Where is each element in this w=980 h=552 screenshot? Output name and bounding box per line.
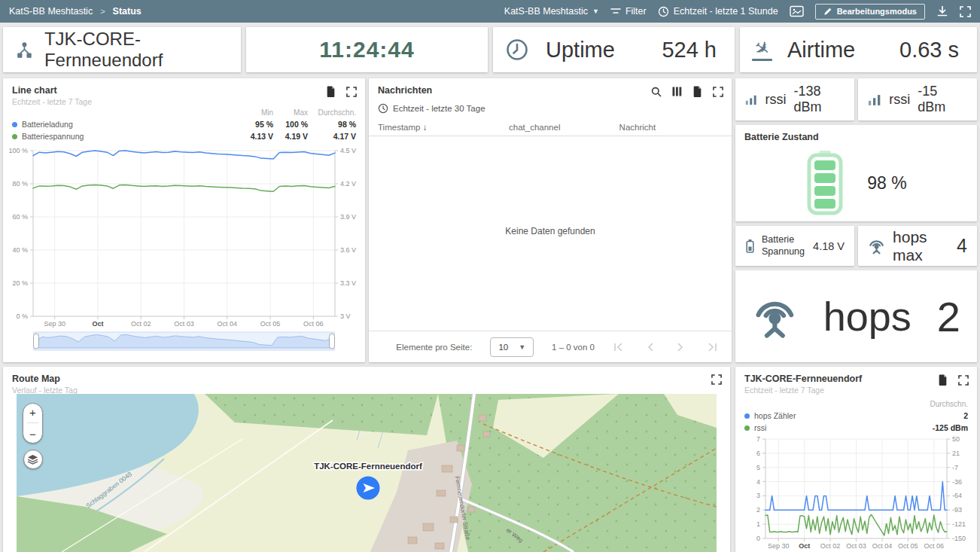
panel-fullscreen-icon[interactable]: [711, 374, 722, 385]
battery-voltage-label-1: Batterie: [762, 234, 794, 245]
svg-text:-36: -36: [952, 478, 962, 486]
edit-mode-label: Bearbeitungsmodus: [837, 7, 917, 16]
report-image-icon[interactable]: [790, 5, 804, 17]
svg-text:40 %: 40 %: [12, 246, 28, 254]
svg-text:-121: -121: [952, 520, 966, 528]
node-chart-title: TJK-CORE-Fernneuendorf: [744, 374, 968, 384]
column-nachricht[interactable]: Nachricht: [619, 123, 723, 132]
map-marker-label: TJK-CORE-Fernneuendorf: [314, 462, 422, 471]
dashboard-variable-selector[interactable]: KatS-BB Meshtastic ▼: [504, 6, 599, 17]
time-range-picker[interactable]: Echtzeit - letzte 1 Stunde: [658, 6, 778, 17]
airtime-label: Airtime: [787, 38, 855, 63]
svg-text:Oct 05: Oct 05: [898, 542, 918, 550]
panel-line-chart: Line chart Echtzeit - letzte 7 Tage Min …: [3, 78, 365, 362]
svg-text:20 %: 20 %: [12, 279, 28, 287]
panel-airtime: ✈ Airtime 0.63 s: [740, 27, 977, 72]
svg-text:80 %: 80 %: [12, 180, 28, 188]
svg-text:6: 6: [756, 450, 760, 457]
battery-small-icon: [745, 239, 755, 254]
legend-row-batteriespannung[interactable]: Batteriespannung 4.13 V 4.19 V 4.17 V: [12, 130, 356, 142]
edit-mode-button[interactable]: Bearbeitungsmodus: [815, 4, 925, 20]
node-marker[interactable]: [357, 477, 380, 500]
download-icon[interactable]: [936, 5, 948, 17]
battery-voltage-value: 4.18 V: [813, 240, 845, 252]
legend-row-batterieladung[interactable]: Batterieladung 95 % 100 % 98 %: [12, 118, 356, 130]
svg-text:Oct 05: Oct 05: [260, 320, 281, 328]
layers-icon: [27, 454, 38, 465]
map-tiles: Schlaggraben 0048 Fernneuendorfer Straße…: [17, 394, 717, 552]
series-dot-green: [744, 425, 750, 431]
svg-text:1: 1: [756, 520, 760, 528]
hops-value: 2: [937, 292, 960, 341]
panel-fullscreen-icon[interactable]: [346, 87, 357, 97]
panel-fullscreen-icon[interactable]: [713, 87, 723, 97]
legend-header-row: Durchschn.: [744, 398, 968, 410]
node-chart-subtitle: Echtzeit - letzte 7 Tage: [744, 386, 968, 395]
svg-text:Oct 03: Oct 03: [846, 542, 866, 550]
battery-voltage-label-2: Spannung: [762, 246, 805, 257]
rssi-value: -15 dBm: [918, 84, 967, 115]
panel-fullscreen-icon[interactable]: [958, 375, 969, 386]
network-node-icon: [15, 39, 34, 61]
legend-row-rssi[interactable]: rssi -125 dBm: [744, 422, 968, 434]
prev-page-icon[interactable]: [647, 342, 654, 352]
export-file-icon[interactable]: [938, 374, 948, 386]
map-layers-button[interactable]: [23, 450, 43, 469]
svg-text:-64: -64: [952, 492, 962, 499]
messages-time-range[interactable]: Echtzeit - letzte 30 Tage: [369, 97, 732, 118]
battery-line-chart[interactable]: Sep 30OctOct 02Oct 03Oct 04Oct 05Oct 061…: [6, 146, 362, 328]
map-canvas[interactable]: Schlaggraben 0048 Fernneuendorfer Straße…: [17, 394, 717, 552]
series-dot-blue: [744, 413, 750, 419]
breadcrumb-separator: >: [100, 7, 105, 16]
page-size-select[interactable]: 10 ▼: [490, 337, 534, 357]
svg-text:Oct 06: Oct 06: [303, 320, 324, 328]
panel-hops-max: hops max 4: [858, 226, 977, 266]
filter-label: Filter: [625, 6, 647, 17]
chart-range-selector[interactable]: [33, 331, 335, 351]
line-chart-title: Line chart: [12, 85, 356, 96]
rssi-label: rssi: [765, 92, 786, 108]
zoom-in-button[interactable]: +: [29, 406, 36, 419]
hops-rssi-chart[interactable]: Sep 30OctOct 02Oct 03Oct 04Oct 05Oct 067…: [738, 435, 974, 550]
export-file-icon[interactable]: [326, 86, 336, 97]
next-page-icon[interactable]: [677, 342, 684, 352]
svg-text:0: 0: [756, 535, 760, 542]
svg-text:60 %: 60 %: [12, 213, 28, 221]
svg-text:-150: -150: [952, 535, 966, 542]
svg-text:4: 4: [756, 478, 760, 486]
airtime-value: 0.63 s: [899, 38, 965, 63]
clock-value: 11:24:44: [319, 37, 414, 63]
battery-state-title: Batterie Zustand: [744, 132, 968, 142]
last-page-icon[interactable]: [707, 342, 718, 352]
svg-text:21: 21: [952, 450, 960, 457]
sort-desc-icon: ↓: [423, 123, 428, 132]
top-navigation-bar: KatS-BB Meshtastic > Status KatS-BB Mesh…: [0, 0, 980, 23]
signal-bars-icon: [868, 93, 881, 106]
svg-text:Oct 04: Oct 04: [218, 320, 238, 328]
route-map-title: Route Map: [12, 374, 721, 384]
hops-max-label: hops max: [893, 228, 949, 264]
signal-bars-icon: [745, 93, 757, 106]
rssi-label: rssi: [889, 92, 910, 108]
zoom-out-button[interactable]: −: [29, 428, 36, 441]
column-timestamp[interactable]: Timestamp ↓: [378, 123, 509, 132]
search-icon[interactable]: [651, 87, 662, 97]
hops-label: hops: [823, 293, 912, 340]
first-page-icon[interactable]: [613, 342, 624, 352]
chevron-down-icon: ▼: [519, 343, 525, 351]
legend-row-hops[interactable]: hops Zähler 2: [744, 410, 968, 422]
svg-text:Sep 30: Sep 30: [44, 320, 65, 328]
columns-icon[interactable]: [672, 87, 682, 96]
uptime-clock-icon: [505, 38, 529, 62]
messages-table-header: Timestamp ↓ chat_channel Nachricht: [369, 118, 732, 136]
svg-text:3.9 V: 3.9 V: [340, 213, 356, 221]
export-file-icon[interactable]: [692, 86, 702, 97]
breadcrumb-root[interactable]: KatS-BB Meshtastic: [9, 6, 93, 17]
fullscreen-icon[interactable]: [960, 6, 971, 17]
hops-max-value: 4: [957, 235, 967, 257]
svg-text:100 %: 100 %: [8, 147, 28, 154]
filter-control[interactable]: Filter: [610, 6, 647, 17]
filter-icon: [610, 7, 621, 16]
column-chat-channel[interactable]: chat_channel: [509, 123, 619, 132]
panel-uptime: Uptime 524 h: [493, 27, 735, 72]
